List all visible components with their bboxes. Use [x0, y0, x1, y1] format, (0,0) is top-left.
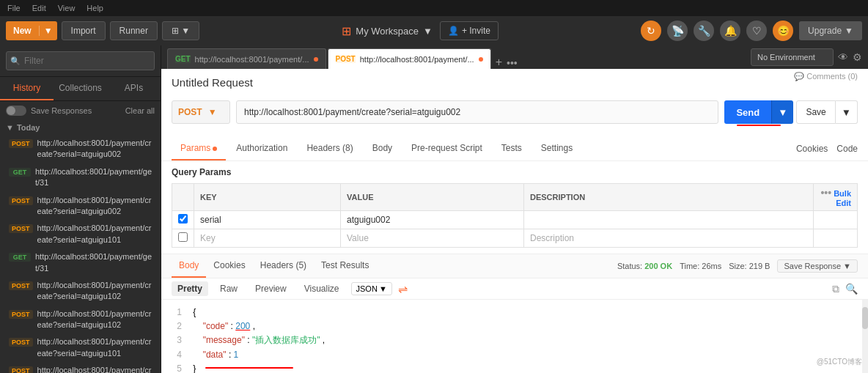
- save-arrow-button[interactable]: ▼: [836, 100, 858, 124]
- refresh-button[interactable]: ↻: [641, 21, 661, 41]
- sidebar-url: http://localhost:8001/payment/create?ser…: [37, 223, 155, 245]
- nav-params[interactable]: Params: [172, 137, 226, 160]
- toggle-switch[interactable]: [6, 106, 26, 116]
- row-checkbox-cell[interactable]: [172, 229, 194, 248]
- interceptor-icon[interactable]: 📡: [667, 21, 688, 41]
- row-key[interactable]: serial: [194, 211, 341, 229]
- res-nav-cookies[interactable]: Cookies: [206, 254, 252, 278]
- nav-tests[interactable]: Tests: [493, 137, 531, 160]
- search-response-icon[interactable]: 🔍: [845, 283, 858, 295]
- tab-collections[interactable]: Collections: [54, 77, 107, 100]
- cookie-icon[interactable]: 🔧: [694, 21, 714, 41]
- row-action: [814, 229, 858, 248]
- list-item[interactable]: GET http://localhost:8001/payment/get/31: [0, 163, 161, 192]
- send-button[interactable]: Send: [724, 100, 771, 124]
- row-checkbox[interactable]: [178, 232, 188, 242]
- table-row: serial atguigu002: [172, 211, 858, 229]
- settings-icon[interactable]: ⚙: [853, 51, 862, 63]
- row-key-placeholder[interactable]: Key: [194, 229, 341, 248]
- url-input[interactable]: [236, 100, 718, 124]
- list-item[interactable]: POST http://localhost:8001/payment/creat…: [0, 362, 161, 373]
- wrap-icon[interactable]: ⇌: [398, 282, 408, 296]
- code-link[interactable]: Code: [836, 144, 858, 154]
- fmt-raw[interactable]: Raw: [214, 281, 243, 296]
- list-item[interactable]: POST http://localhost:8001/payment/creat…: [0, 220, 161, 248]
- menu-view[interactable]: View: [58, 4, 76, 12]
- fmt-visualize[interactable]: Visualize: [298, 281, 345, 296]
- json-selector[interactable]: JSON ▼: [351, 282, 392, 295]
- tab-dot-get: [314, 57, 318, 62]
- search-input[interactable]: [6, 51, 155, 70]
- list-item[interactable]: GET http://localhost:8001/payment/get/31: [0, 248, 161, 277]
- tab-apis[interactable]: APIs: [107, 77, 161, 100]
- list-item[interactable]: POST http://localhost:8001/payment/creat…: [0, 306, 161, 334]
- save-response-button[interactable]: Save Response ▼: [777, 259, 858, 273]
- nav-body[interactable]: Body: [364, 137, 401, 160]
- res-nav-body[interactable]: Body: [172, 254, 206, 278]
- upgrade-button[interactable]: Upgrade ▼: [799, 21, 862, 40]
- menu-edit[interactable]: Edit: [32, 4, 46, 12]
- row-value[interactable]: atguigu002: [341, 211, 524, 229]
- nav-settings[interactable]: Settings: [532, 137, 581, 160]
- scroll-handle[interactable]: [862, 307, 868, 329]
- response-nav: Body Cookies Headers (5) Test Results St…: [161, 254, 868, 278]
- row-checkbox-cell[interactable]: [172, 211, 194, 229]
- scroll-bar[interactable]: [862, 300, 868, 373]
- eye-icon[interactable]: 👁: [838, 51, 848, 63]
- row-value-placeholder[interactable]: Value: [341, 229, 524, 248]
- clear-all-button[interactable]: Clear all: [125, 106, 155, 115]
- more-tabs-button[interactable]: •••: [507, 57, 518, 69]
- bulk-edit-button[interactable]: Bulk Edit: [834, 189, 851, 207]
- row-checkbox[interactable]: [178, 214, 188, 224]
- copy-icon[interactable]: ⧉: [832, 283, 839, 295]
- row-desc-placeholder[interactable]: Description: [524, 229, 814, 248]
- size-label: Size: 219 B: [729, 262, 770, 270]
- user-avatar[interactable]: 😊: [773, 21, 793, 41]
- method-badge: POST: [9, 310, 33, 319]
- list-item[interactable]: POST http://localhost:8001/payment/creat…: [0, 192, 161, 221]
- code-line-3: 3 "message" : "插入数据库成功" ,: [172, 333, 858, 347]
- heart-icon[interactable]: ♡: [746, 21, 767, 41]
- nav-pre-request[interactable]: Pre-request Script: [402, 137, 491, 160]
- new-button[interactable]: New ▼: [6, 21, 57, 40]
- new-arrow[interactable]: ▼: [40, 26, 57, 36]
- list-item[interactable]: POST http://localhost:8001/payment/creat…: [0, 333, 161, 362]
- nav-headers[interactable]: Headers (8): [298, 137, 361, 160]
- save-button[interactable]: Save: [796, 100, 835, 124]
- res-nav-headers[interactable]: Headers (5): [253, 254, 314, 278]
- col-actions: ••• Bulk Edit: [814, 184, 858, 211]
- row-desc[interactable]: [524, 211, 814, 229]
- environment-select[interactable]: No Environment: [751, 48, 834, 66]
- request-tab-get[interactable]: GET http://localhost:8001/payment/...: [167, 48, 326, 69]
- fmt-preview[interactable]: Preview: [249, 281, 293, 296]
- cookies-link[interactable]: Cookies: [796, 144, 828, 154]
- new-label[interactable]: New: [6, 26, 40, 36]
- code-line-2: 2 "code" : 200 ,: [172, 320, 858, 333]
- tab-method-post: POST: [336, 55, 356, 63]
- env-selector-wrap: No Environment: [751, 48, 834, 66]
- request-tab-post[interactable]: POST http://localhost:8001/payment/...: [328, 48, 491, 69]
- extra-button[interactable]: ⊞ ▼: [162, 21, 199, 40]
- invite-label: + Invite: [462, 26, 490, 36]
- nav-authorization[interactable]: Authorization: [227, 137, 296, 160]
- menu-help[interactable]: Help: [87, 4, 103, 12]
- add-tab-button[interactable]: +: [493, 56, 505, 69]
- send-arrow-button[interactable]: ▼: [771, 100, 793, 124]
- tab-history[interactable]: History: [0, 77, 54, 100]
- list-item[interactable]: POST http://localhost:8001/payment/creat…: [0, 135, 161, 163]
- workspace-button[interactable]: ⊞ My Workspace ▼: [342, 24, 433, 38]
- invite-button[interactable]: 👤 + Invite: [440, 21, 499, 40]
- runner-button[interactable]: Runner: [110, 21, 158, 40]
- menu-file[interactable]: File: [7, 4, 21, 12]
- top-bar: New ▼ Import Runner ⊞ ▼ ⊞ My Workspace ▼…: [0, 16, 868, 45]
- row-action: [814, 211, 858, 229]
- list-item[interactable]: POST http://localhost:8001/payment/creat…: [0, 277, 161, 306]
- toggle-knob: [7, 106, 15, 115]
- comments-link[interactable]: 💬 Comments (0): [794, 72, 858, 81]
- import-button[interactable]: Import: [62, 21, 106, 40]
- save-responses-toggle[interactable]: Save Responses: [6, 106, 92, 116]
- fmt-pretty[interactable]: Pretty: [172, 281, 208, 296]
- res-nav-test-results[interactable]: Test Results: [314, 254, 376, 278]
- notification-icon[interactable]: 🔔: [720, 21, 740, 41]
- method-select[interactable]: POST ▼: [172, 100, 230, 124]
